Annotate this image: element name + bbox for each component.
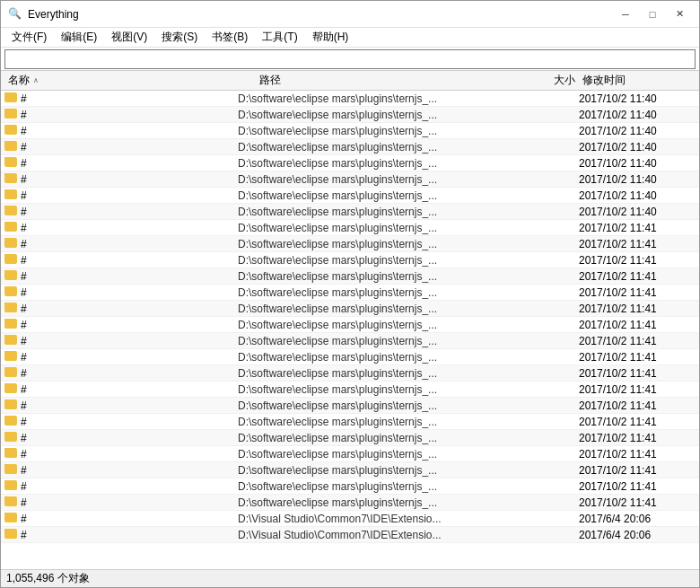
file-date-cell: 2017/10/2 11:40	[579, 189, 696, 202]
file-name-cell: #	[4, 319, 238, 331]
file-path-cell: D:\software\eclipse mars\plugins\ternjs_…	[238, 335, 525, 347]
file-path-cell: D:\software\eclipse mars\plugins\ternjs_…	[238, 206, 525, 218]
folder-icon	[4, 351, 17, 364]
table-row[interactable]: #D:\software\eclipse mars\plugins\ternjs…	[1, 414, 699, 430]
folder-icon	[4, 173, 17, 186]
file-date-cell: 2017/10/2 11:41	[579, 464, 696, 477]
menu-view[interactable]: 视图(V)	[104, 28, 154, 47]
table-row[interactable]: #D:\software\eclipse mars\plugins\ternjs…	[1, 301, 699, 317]
column-size-label: 大小	[554, 74, 575, 86]
table-row[interactable]: #D:\software\eclipse mars\plugins\ternjs…	[1, 139, 699, 155]
table-row[interactable]: #D:\software\eclipse mars\plugins\ternjs…	[1, 430, 699, 446]
table-row[interactable]: #D:\software\eclipse mars\plugins\ternjs…	[1, 317, 699, 333]
sort-arrow-icon: ∧	[33, 76, 39, 84]
file-name-cell: #	[4, 157, 238, 170]
file-name-cell: #	[4, 109, 238, 121]
column-path-header[interactable]: 路径	[256, 71, 525, 90]
table-row[interactable]: #D:\software\eclipse mars\plugins\ternjs…	[1, 220, 699, 236]
table-row[interactable]: #D:\software\eclipse mars\plugins\ternjs…	[1, 495, 699, 511]
folder-icon	[4, 416, 17, 428]
menu-bookmarks[interactable]: 书签(B)	[205, 28, 255, 47]
file-date-cell: 2017/10/2 11:40	[579, 141, 696, 154]
table-row[interactable]: #D:\software\eclipse mars\plugins\ternjs…	[1, 107, 699, 123]
close-button[interactable]: ✕	[667, 5, 692, 23]
table-row[interactable]: #D:\software\eclipse mars\plugins\ternjs…	[1, 333, 699, 349]
menu-search[interactable]: 搜索(S)	[154, 28, 205, 47]
search-input[interactable]	[4, 49, 696, 69]
table-row[interactable]: #D:\software\eclipse mars\plugins\ternjs…	[1, 91, 699, 107]
file-date-cell: 2017/10/2 11:40	[579, 173, 696, 186]
table-row[interactable]: #D:\software\eclipse mars\plugins\ternjs…	[1, 349, 699, 365]
table-row[interactable]: #D:\software\eclipse mars\plugins\ternjs…	[1, 478, 699, 495]
table-row[interactable]: #D:\software\eclipse mars\plugins\ternjs…	[1, 382, 699, 398]
file-path-cell: D:\software\eclipse mars\plugins\ternjs_…	[238, 464, 525, 477]
file-name-cell: #	[4, 448, 238, 461]
file-date-cell: 2017/10/2 11:41	[579, 416, 696, 428]
folder-icon	[4, 383, 17, 396]
column-name-header[interactable]: 名称 ∧	[4, 71, 256, 90]
file-path-cell: D:\software\eclipse mars\plugins\ternjs_…	[238, 254, 525, 267]
file-path-cell: D:\software\eclipse mars\plugins\ternjs_…	[238, 319, 525, 331]
file-name-cell: #	[4, 254, 238, 267]
file-path-cell: D:\software\eclipse mars\plugins\ternjs_…	[238, 189, 525, 202]
folder-icon	[4, 496, 17, 509]
folder-icon	[4, 448, 17, 461]
table-row[interactable]: #D:\software\eclipse mars\plugins\ternjs…	[1, 155, 699, 171]
file-date-cell: 2017/10/2 11:41	[579, 367, 696, 380]
folder-icon	[4, 206, 17, 218]
file-path-cell: D:\software\eclipse mars\plugins\ternjs_…	[238, 238, 525, 250]
search-bar	[1, 48, 699, 71]
table-row[interactable]: #D:\software\eclipse mars\plugins\ternjs…	[1, 268, 699, 285]
column-path-label: 路径	[259, 74, 281, 86]
minimize-button[interactable]: ─	[613, 5, 638, 23]
table-row[interactable]: #D:\Visual Studio\Common7\IDE\Extensio..…	[1, 511, 699, 527]
table-row[interactable]: #D:\software\eclipse mars\plugins\ternjs…	[1, 462, 699, 478]
file-name-cell: #	[4, 286, 238, 299]
maximize-button[interactable]: □	[640, 5, 665, 23]
file-path-cell: D:\software\eclipse mars\plugins\ternjs_…	[238, 125, 525, 137]
file-path-cell: D:\software\eclipse mars\plugins\ternjs_…	[238, 416, 525, 428]
table-row[interactable]: #D:\software\eclipse mars\plugins\ternjs…	[1, 171, 699, 188]
column-size-header[interactable]: 大小	[525, 71, 579, 90]
table-row[interactable]: #D:\software\eclipse mars\plugins\ternjs…	[1, 204, 699, 220]
folder-icon	[4, 319, 17, 331]
file-list[interactable]: #D:\software\eclipse mars\plugins\ternjs…	[1, 91, 699, 569]
status-text: 1,055,496 个对象	[6, 571, 90, 586]
main-window: 🔍 Everything ─ □ ✕ 文件(F) 编辑(E) 视图(V) 搜索(…	[0, 0, 700, 588]
file-date-cell: 2017/10/2 11:41	[579, 222, 696, 234]
file-name-text: #	[21, 189, 27, 202]
file-name-cell: #	[4, 92, 238, 105]
app-icon: 🔍	[8, 7, 22, 22]
file-name-cell: #	[4, 513, 238, 525]
table-row[interactable]: #D:\software\eclipse mars\plugins\ternjs…	[1, 123, 699, 139]
menu-bar: 文件(F) 编辑(E) 视图(V) 搜索(S) 书签(B) 工具(T) 帮助(H…	[1, 28, 699, 48]
file-date-cell: 2017/10/2 11:41	[579, 254, 696, 267]
folder-icon	[4, 286, 17, 299]
file-name-text: #	[21, 432, 27, 444]
menu-file[interactable]: 文件(F)	[4, 28, 54, 47]
file-name-cell: #	[4, 496, 238, 509]
file-path-cell: D:\software\eclipse mars\plugins\ternjs_…	[238, 222, 525, 234]
column-date-header[interactable]: 修改时间	[579, 71, 696, 90]
menu-help[interactable]: 帮助(H)	[305, 28, 356, 47]
table-row[interactable]: #D:\software\eclipse mars\plugins\ternjs…	[1, 365, 699, 382]
folder-icon	[4, 480, 17, 493]
table-row[interactable]: #D:\software\eclipse mars\plugins\ternjs…	[1, 236, 699, 252]
folder-icon	[4, 238, 17, 250]
menu-tools[interactable]: 工具(T)	[255, 28, 304, 47]
table-row[interactable]: #D:\software\eclipse mars\plugins\ternjs…	[1, 398, 699, 414]
menu-edit[interactable]: 编辑(E)	[54, 28, 104, 47]
file-name-text: #	[21, 125, 27, 137]
file-name-text: #	[21, 270, 27, 283]
file-name-text: #	[21, 351, 27, 364]
file-date-cell: 2017/10/2 11:41	[579, 351, 696, 364]
file-name-text: #	[21, 335, 27, 347]
table-row[interactable]: #D:\software\eclipse mars\plugins\ternjs…	[1, 285, 699, 301]
table-row[interactable]: #D:\software\eclipse mars\plugins\ternjs…	[1, 188, 699, 204]
file-name-cell: #	[4, 464, 238, 477]
table-row[interactable]: #D:\Visual Studio\Common7\IDE\Extensio..…	[1, 527, 699, 543]
table-row[interactable]: #D:\software\eclipse mars\plugins\ternjs…	[1, 446, 699, 462]
table-row[interactable]: #D:\software\eclipse mars\plugins\ternjs…	[1, 252, 699, 268]
file-path-cell: D:\software\eclipse mars\plugins\ternjs_…	[238, 383, 525, 396]
column-date-label: 修改时间	[582, 74, 626, 86]
